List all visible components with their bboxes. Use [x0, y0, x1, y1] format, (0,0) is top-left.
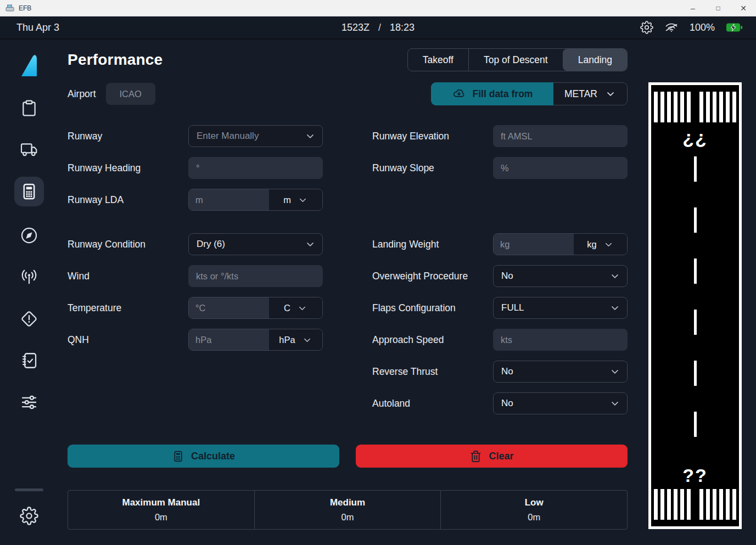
chevron-down-icon — [298, 195, 308, 205]
runway-condition-value: Dry (6) — [197, 239, 305, 250]
sidebar-item-clipboard[interactable] — [16, 95, 42, 121]
runway-stripe — [726, 489, 730, 520]
temperature-unit-value: C — [284, 303, 290, 313]
approach-speed-input[interactable] — [493, 329, 628, 351]
sidebar-item-checklist[interactable] — [16, 348, 42, 373]
status-date: Thu Apr 3 — [16, 22, 59, 33]
runway-stripe — [654, 489, 658, 520]
sidebar-item-broadcast[interactable] — [16, 265, 42, 290]
runway-diagram: ¿¿ ?? — [648, 82, 742, 545]
landing-weight-label: Landing Weight — [372, 239, 493, 250]
runway-slope-input[interactable] — [493, 157, 628, 179]
qnh-input[interactable] — [189, 329, 269, 350]
tab-takeoff[interactable]: Takeoff — [408, 49, 468, 71]
runway-stripe — [713, 489, 716, 520]
sidebar-item-sliders[interactable] — [16, 390, 42, 415]
minimize-button[interactable]: – — [680, 0, 705, 16]
autoland-value: No — [501, 398, 609, 409]
landing-weight-unit-select[interactable]: kg — [574, 234, 627, 255]
temperature-row: Temperature C — [68, 297, 323, 319]
runway-threshold-stripes-bottom — [654, 489, 736, 520]
runway-label: Runway — [68, 131, 188, 142]
runway-stripe — [732, 489, 736, 520]
runway-lda-unit-select[interactable]: m — [269, 189, 322, 210]
clear-button[interactable]: Clear — [356, 445, 628, 468]
runway-stripe — [719, 92, 723, 122]
sidebar-item-settings[interactable] — [16, 503, 42, 529]
runway-heading-input[interactable] — [188, 157, 323, 179]
data-source-value: METAR — [564, 88, 597, 100]
runway-elevation-input[interactable] — [493, 125, 628, 147]
autoland-select[interactable]: No — [493, 392, 628, 414]
flaps-configuration-select[interactable]: FULL — [493, 297, 628, 319]
result-max-manual: Maximum Manual 0m — [68, 491, 254, 529]
runway-condition-row: Runway Condition Dry (6) — [68, 233, 323, 255]
runway-lda-row: Runway LDA m — [68, 189, 323, 211]
temperature-unit-select[interactable]: C — [269, 297, 322, 318]
trash-icon — [469, 450, 482, 463]
runway-stripe — [732, 92, 736, 122]
wind-label: Wind — [68, 271, 188, 282]
maximize-button[interactable]: □ — [705, 0, 731, 16]
runway-elevation-row: Runway Elevation — [372, 125, 628, 147]
runway-condition-select[interactable]: Dry (6) — [188, 233, 323, 255]
result-label: Low — [525, 497, 544, 508]
runway-stripe — [687, 92, 691, 122]
threshold-stripe-group — [699, 489, 736, 520]
sidebar-item-calculator[interactable] — [14, 177, 44, 206]
temperature-label: Temperature — [68, 302, 188, 314]
runway-stripe — [660, 92, 664, 122]
settings-gear-icon[interactable] — [640, 21, 653, 34]
airport-icao-field[interactable]: ICAO — [106, 83, 155, 105]
sidebar-item-warning[interactable] — [16, 306, 42, 332]
temperature-input[interactable] — [189, 297, 269, 318]
chevron-down-icon — [609, 366, 620, 377]
calculate-button[interactable]: Calculate — [68, 445, 339, 468]
runway-designator-near: ?? — [682, 466, 708, 485]
overweight-procedure-select[interactable]: No — [493, 265, 628, 287]
runway-lda-input[interactable] — [189, 189, 269, 210]
overweight-procedure-value: No — [501, 271, 609, 282]
qnh-unit-select[interactable]: hPa — [269, 329, 322, 350]
threshold-stripe-group — [699, 92, 736, 122]
runway-stripe — [699, 92, 703, 122]
window-titlebar: EFB – □ ✕ — [0, 0, 756, 16]
runway-stripe — [680, 92, 684, 122]
fill-data-from-label: Fill data from — [473, 88, 533, 100]
result-low: Low 0m — [440, 491, 627, 529]
chevron-down-icon — [605, 88, 616, 99]
runway-select[interactable]: Enter Manually — [188, 125, 323, 147]
clear-label: Clear — [489, 451, 513, 462]
runway-lda-label: Runway LDA — [68, 194, 188, 206]
sidebar-divider — [15, 488, 43, 491]
utc-time: 1523Z — [341, 22, 369, 33]
data-source-select[interactable]: METAR — [553, 82, 628, 105]
fill-data-from-button[interactable]: Fill data from — [431, 82, 553, 105]
runway-condition-label: Runway Condition — [68, 239, 188, 250]
runway-lda-unit-value: m — [283, 195, 291, 205]
battery-percentage: 100% — [690, 22, 715, 33]
app-icon — [5, 4, 14, 13]
runway-stripe — [726, 92, 730, 122]
landing-weight-input[interactable] — [494, 234, 574, 255]
wifi-off-icon[interactable] — [664, 21, 679, 34]
wind-input[interactable] — [188, 265, 323, 287]
tab-landing[interactable]: Landing — [563, 49, 627, 71]
tab-top-of-descent[interactable]: Top of Descent — [468, 49, 563, 71]
reverse-thrust-value: No — [501, 366, 609, 377]
runway-graphic: ¿¿ ?? — [648, 82, 742, 529]
close-button[interactable]: ✕ — [731, 0, 756, 16]
runway-stripe — [699, 489, 703, 520]
flaps-configuration-value: FULL — [501, 302, 609, 313]
status-bar: Thu Apr 3 1523Z / 18:23 100% — [0, 16, 756, 40]
sidebar-item-truck[interactable] — [16, 137, 42, 162]
qnh-label: QNH — [68, 334, 188, 346]
runway-stripe — [719, 489, 723, 520]
runway-select-value: Enter Manually — [197, 131, 305, 142]
runway-stripe — [687, 489, 691, 520]
reverse-thrust-select[interactable]: No — [493, 361, 628, 383]
form-right-column: Runway Elevation Runway Slope Landing We… — [372, 125, 628, 414]
cloud-download-icon — [452, 87, 466, 100]
runway-stripe — [674, 92, 677, 122]
sidebar-item-compass[interactable] — [16, 223, 42, 248]
